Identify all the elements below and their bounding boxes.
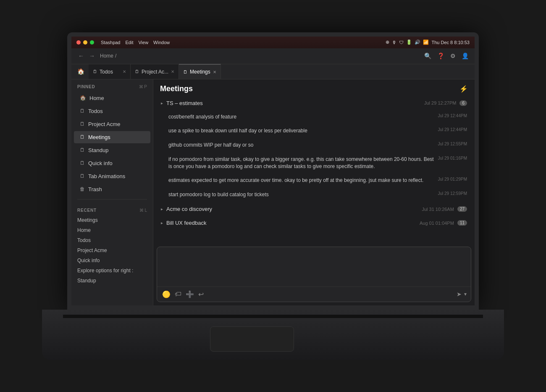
recent-home-label: Home bbox=[77, 227, 91, 233]
tab-todos-close[interactable]: ✕ bbox=[123, 69, 126, 74]
recent-quick-info-label: Quick info bbox=[77, 258, 100, 263]
fullscreen-button[interactable] bbox=[90, 40, 94, 45]
recent-item-meetings[interactable]: Meetings bbox=[71, 215, 153, 225]
recent-item-explore[interactable]: Explore options for right : bbox=[71, 266, 153, 276]
expand-button[interactable]: ▾ bbox=[464, 291, 467, 297]
sidebar-item-trash[interactable]: 🗑 Trash bbox=[74, 183, 150, 195]
recent-project-label: Project Acme bbox=[77, 247, 107, 253]
sidebar-meetings-label: Meetings bbox=[88, 134, 110, 140]
recent-item-project-acme[interactable]: Project Acme bbox=[71, 245, 153, 255]
redo-button[interactable]: ↩ bbox=[197, 289, 205, 299]
note-item-0-0[interactable]: cost/benefit analysis of feature Jul 29 … bbox=[157, 110, 471, 124]
note-item-0-2-time: Jul 29 12:55PM bbox=[438, 142, 467, 146]
note-item-0-1-time: Jul 29 12:44PM bbox=[438, 127, 467, 132]
tag-button[interactable]: 🏷 bbox=[174, 289, 182, 299]
note-group-bill-name: Bill UX feedback bbox=[166, 220, 206, 226]
toolbar-actions: 🔍 ❓ ⚙ 👤 bbox=[423, 52, 470, 60]
titlebar-left: Stashpad Edit View Window bbox=[76, 40, 170, 45]
sidebar-quick-info-label: Quick info bbox=[88, 160, 113, 166]
add-button[interactable]: ➕ bbox=[185, 289, 195, 299]
tab-todos[interactable]: 🗒 Todos ✕ bbox=[89, 64, 131, 79]
note-item-0-5-time: Jul 29 12:59PM bbox=[438, 191, 467, 196]
help-button[interactable]: ❓ bbox=[436, 52, 445, 60]
traffic-lights[interactable] bbox=[76, 40, 94, 45]
acme-chevron-icon: ▸ bbox=[161, 207, 163, 211]
profile-button[interactable]: 👤 bbox=[461, 52, 470, 60]
close-button[interactable] bbox=[76, 40, 81, 45]
note-item-0-1[interactable]: use a spike to break down until half day… bbox=[157, 124, 471, 138]
note-item-0-3[interactable]: if no pomodoro from similar task, okay t… bbox=[157, 153, 471, 174]
note-item-0-3-text: if no pomodoro from similar task, okay t… bbox=[168, 156, 435, 170]
recent-standup-label: Standup bbox=[77, 278, 96, 284]
recent-explore-label: Explore options for right : bbox=[77, 268, 133, 274]
bill-chevron-icon: ▸ bbox=[161, 221, 163, 225]
lightning-button[interactable]: ⚡ bbox=[459, 85, 468, 93]
group-chevron-icon: ▸ bbox=[161, 101, 163, 105]
send-button[interactable]: ➤ bbox=[457, 291, 462, 297]
note-group-acme: ▸ Acme co discovery Jul 31 10:26AM 27 bbox=[157, 203, 471, 216]
forward-button[interactable]: → bbox=[87, 52, 97, 60]
tab-project-close[interactable]: ✕ bbox=[171, 69, 174, 74]
sidebar-trash-label: Trash bbox=[88, 186, 102, 192]
tab-meetings-label: Meetings bbox=[190, 69, 210, 75]
menu-stashpad[interactable]: Stashpad bbox=[101, 40, 120, 45]
sidebar-item-tab-animations[interactable]: 🗒 Tab Animations bbox=[74, 170, 150, 182]
note-group-acme-header[interactable]: ▸ Acme co discovery Jul 31 10:26AM 27 bbox=[157, 203, 471, 216]
titlebar-right: ⊕ 🎙 🛡 🔋 🔊 📶 Thu Dec 8 8:10:53 bbox=[386, 39, 470, 45]
minimize-button[interactable] bbox=[83, 40, 87, 45]
settings-button[interactable]: ⚙ bbox=[449, 52, 457, 60]
recent-section-header: RECENT ⌘ L bbox=[71, 203, 153, 215]
recent-item-quick-info[interactable]: Quick info bbox=[71, 255, 153, 266]
mic-icon: 🎙 bbox=[392, 40, 396, 45]
composer-body[interactable] bbox=[157, 247, 471, 287]
composer-input[interactable] bbox=[162, 251, 466, 281]
breadcrumb-home[interactable]: Home bbox=[100, 53, 113, 59]
search-button[interactable]: 🔍 bbox=[423, 52, 432, 60]
standup-icon: 🗒 bbox=[80, 147, 85, 153]
pinned-shortcut: ⌘ P bbox=[139, 84, 147, 89]
sidebar-item-todos[interactable]: 🗒 Todos bbox=[74, 105, 150, 117]
main-layout: PINNED ⌘ P 🏠 Home 🗒 Todos 🗒 Project Acme bbox=[71, 79, 475, 305]
menu-view[interactable]: View bbox=[138, 40, 148, 45]
sidebar-item-project-acme[interactable]: 🗒 Project Acme bbox=[74, 118, 150, 130]
sidebar-item-home[interactable]: 🏠 Home bbox=[74, 92, 150, 104]
note-item-0-5[interactable]: start pomodoro log to build catalog for … bbox=[157, 188, 471, 202]
tab-project-acme[interactable]: 🗒 Project Ac... ✕ bbox=[131, 64, 179, 79]
tab-animations-icon: 🗒 bbox=[80, 173, 85, 179]
recent-item-standup[interactable]: Standup bbox=[71, 276, 153, 286]
back-button[interactable]: ← bbox=[76, 52, 86, 60]
note-group-acme-count: 27 bbox=[457, 206, 467, 212]
note-group-bill-header[interactable]: ▸ Bill UX feedback Aug 01 01:04PM 11 bbox=[157, 216, 471, 229]
note-group-ts-name: TS – estimates bbox=[166, 100, 203, 106]
tab-meetings[interactable]: 🗒 Meetings ✕ bbox=[179, 64, 221, 79]
project-acme-icon: 🗒 bbox=[80, 121, 85, 127]
note-item-0-2[interactable]: github commits WIP per half day or so Ju… bbox=[157, 138, 471, 152]
recent-meetings-label: Meetings bbox=[77, 217, 98, 223]
note-item-0-4[interactable]: estimates expected to get more accurate … bbox=[157, 174, 471, 187]
mac-menu[interactable]: Stashpad Edit View Window bbox=[101, 40, 170, 45]
recent-item-todos[interactable]: Todos bbox=[71, 235, 153, 245]
laptop-trackpad bbox=[210, 326, 294, 352]
home-tab-button[interactable]: 🏠 bbox=[73, 64, 89, 79]
sidebar-item-quick-info[interactable]: 🗒 Quick info bbox=[74, 157, 150, 169]
pomodoro-button[interactable]: 🟡 bbox=[161, 289, 171, 299]
tab-meetings-close[interactable]: ✕ bbox=[213, 70, 216, 74]
recent-label: RECENT bbox=[77, 208, 97, 213]
note-group-ts-estimates-header[interactable]: ▸ TS – estimates Jul 29 12:27PM 6 bbox=[157, 97, 471, 110]
note-group-acme-name: Acme co discovery bbox=[166, 206, 212, 212]
breadcrumb-sep: / bbox=[115, 53, 116, 59]
recent-item-home[interactable]: Home bbox=[71, 225, 153, 235]
sidebar-standup-label: Standup bbox=[88, 147, 108, 153]
menu-edit[interactable]: Edit bbox=[125, 40, 133, 45]
note-item-0-1-text: use a spike to break down until half day… bbox=[168, 127, 435, 134]
sidebar-item-meetings[interactable]: 🗒 Meetings bbox=[74, 131, 150, 143]
bluetooth-icon: ⊕ bbox=[386, 39, 389, 45]
content-header: Meetings ⚡ bbox=[153, 79, 475, 97]
note-group-bill: ▸ Bill UX feedback Aug 01 01:04PM 11 bbox=[157, 216, 471, 229]
todos-icon: 🗒 bbox=[80, 108, 85, 114]
sidebar-item-standup[interactable]: 🗒 Standup bbox=[74, 144, 150, 156]
time-display: Thu Dec 8 8:10:53 bbox=[431, 40, 470, 45]
note-item-0-4-text: estimates expected to get more accurate … bbox=[168, 177, 435, 184]
menu-window[interactable]: Window bbox=[153, 40, 170, 45]
notes-list: ▸ TS – estimates Jul 29 12:27PM 6 bbox=[153, 97, 475, 243]
